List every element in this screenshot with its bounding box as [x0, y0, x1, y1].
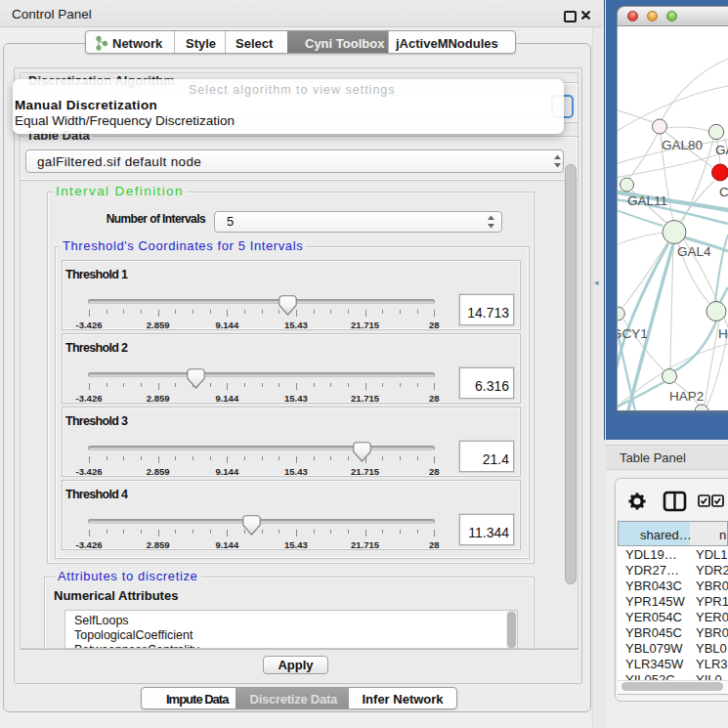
svg-text:H: H: [718, 326, 728, 341]
svg-text:HAP2: HAP2: [669, 389, 704, 404]
svg-text:GAL4: GAL4: [677, 244, 711, 259]
svg-text:GAL11: GAL11: [627, 193, 667, 208]
svg-text:GCY1: GCY1: [618, 326, 648, 341]
svg-text:GAL80: GAL80: [662, 138, 703, 152]
svg-text:GA: GA: [715, 143, 728, 157]
svg-text:C: C: [719, 185, 728, 199]
